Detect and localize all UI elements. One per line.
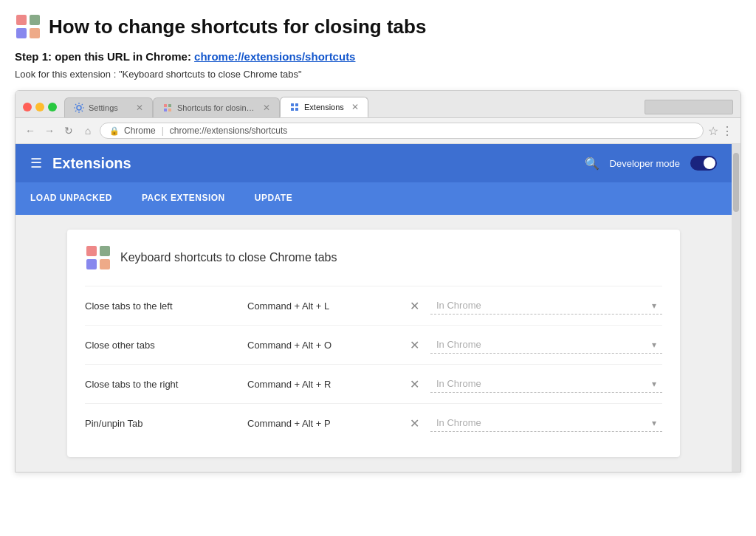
minimize-window-button[interactable] bbox=[35, 103, 44, 111]
shortcut-clear-button[interactable]: ✕ bbox=[410, 299, 430, 313]
ext-card-icon bbox=[85, 244, 111, 271]
forward-button[interactable]: → bbox=[42, 123, 57, 138]
shortcut-action-name: Close other tabs bbox=[85, 340, 247, 351]
svg-point-4 bbox=[77, 106, 81, 110]
shortcut-rows: Close tabs to the left Command + Alt + L… bbox=[85, 286, 662, 442]
browser-titlebar: Settings ✕ Shortcuts for closing Chrom..… bbox=[16, 91, 740, 118]
svg-rect-9 bbox=[291, 103, 294, 106]
shortcut-clear-button[interactable]: ✕ bbox=[410, 338, 430, 352]
update-button[interactable]: UPDATE bbox=[255, 185, 292, 213]
browser-body: ☰ Extensions 🔍 Developer mode LOAD UNPAC… bbox=[16, 144, 740, 472]
chevron-down-icon: ▾ bbox=[652, 300, 656, 311]
step1-label: Step 1: open this URL in Chrome: chrome:… bbox=[15, 50, 741, 63]
pack-extension-button[interactable]: PACK EXTENSION bbox=[142, 185, 225, 213]
shortcut-keys[interactable]: Command + Alt + O bbox=[247, 340, 410, 351]
ext-card-header: Keyboard shortcuts to close Chrome tabs bbox=[85, 244, 662, 271]
page-title: How to change shortcuts for closing tabs bbox=[49, 16, 426, 38]
reload-button[interactable]: ↻ bbox=[61, 123, 76, 138]
extensions-content: Keyboard shortcuts to close Chrome tabs … bbox=[16, 215, 732, 472]
address-bar[interactable]: 🔒 Chrome | chrome://extensions/shortcuts bbox=[100, 123, 704, 139]
close-window-button[interactable] bbox=[23, 103, 32, 111]
shortcut-scope-label: In Chrome bbox=[436, 300, 481, 311]
shortcut-scope-dropdown[interactable]: In Chrome ▾ bbox=[430, 297, 662, 315]
shortcut-scope-dropdown[interactable]: In Chrome ▾ bbox=[430, 414, 662, 432]
maximize-window-button[interactable] bbox=[48, 103, 57, 111]
svg-rect-7 bbox=[164, 109, 167, 111]
address-chrome-label: Chrome bbox=[124, 126, 156, 136]
hamburger-menu-icon[interactable]: ☰ bbox=[30, 155, 42, 171]
load-unpacked-button[interactable]: LOAD UNPACKED bbox=[30, 185, 112, 213]
shortcut-action-name: Close tabs to the left bbox=[85, 300, 247, 312]
extensions-title: Extensions bbox=[52, 155, 131, 172]
extensions-tab-icon bbox=[289, 102, 300, 112]
svg-rect-16 bbox=[100, 259, 110, 269]
svg-rect-6 bbox=[168, 104, 171, 107]
svg-rect-11 bbox=[291, 108, 294, 111]
more-menu-icon[interactable]: ⋮ bbox=[721, 124, 733, 138]
svg-rect-10 bbox=[295, 103, 298, 106]
traffic-lights bbox=[23, 103, 57, 111]
tab-settings[interactable]: Settings ✕ bbox=[64, 97, 153, 117]
shortcut-row: Pin/unpin Tab Command + Alt + P ✕ In Chr… bbox=[85, 403, 662, 442]
home-button[interactable]: ⌂ bbox=[80, 123, 95, 138]
shortcut-scope-dropdown[interactable]: In Chrome ▾ bbox=[430, 375, 662, 393]
back-button[interactable]: ← bbox=[23, 123, 38, 138]
scrollbar-thumb[interactable] bbox=[733, 153, 739, 212]
tab-extensions[interactable]: Extensions ✕ bbox=[280, 97, 368, 117]
browser-addressbar: ← → ↻ ⌂ 🔒 Chrome | chrome://extensions/s… bbox=[16, 118, 740, 144]
address-lock-icon: 🔒 bbox=[109, 126, 120, 136]
tab-shortcuts[interactable]: Shortcuts for closing Chrom... ✕ bbox=[153, 97, 280, 117]
svg-rect-14 bbox=[100, 246, 110, 256]
tab-settings-label: Settings bbox=[89, 103, 118, 112]
browser-main: ☰ Extensions 🔍 Developer mode LOAD UNPAC… bbox=[16, 144, 732, 472]
shortcut-action-name: Pin/unpin Tab bbox=[85, 418, 247, 429]
address-actions: ☆ ⋮ bbox=[708, 124, 733, 138]
ext-card-name: Keyboard shortcuts to close Chrome tabs bbox=[120, 251, 337, 264]
tab-shortcuts-label: Shortcuts for closing Chrom... bbox=[177, 103, 258, 112]
address-separator: | bbox=[162, 126, 164, 136]
tab-settings-close[interactable]: ✕ bbox=[136, 103, 143, 113]
shortcuts-tab-icon bbox=[162, 103, 173, 113]
chevron-down-icon: ▾ bbox=[652, 379, 656, 389]
svg-rect-1 bbox=[30, 15, 40, 25]
page-title-area: How to change shortcuts for closing tabs bbox=[15, 13, 741, 40]
settings-tab-icon bbox=[74, 103, 84, 113]
address-url-text: chrome://extensions/shortcuts bbox=[170, 126, 287, 136]
svg-rect-13 bbox=[86, 246, 97, 256]
shortcut-action-name: Close tabs to the right bbox=[85, 379, 247, 390]
developer-mode-toggle[interactable] bbox=[690, 156, 717, 171]
shortcut-scope-dropdown[interactable]: In Chrome ▾ bbox=[430, 336, 662, 354]
shortcut-keys[interactable]: Command + Alt + R bbox=[247, 379, 410, 390]
shortcut-clear-button[interactable]: ✕ bbox=[410, 416, 430, 430]
svg-rect-8 bbox=[168, 109, 171, 111]
browser-scrollbar[interactable] bbox=[732, 144, 740, 472]
bookmark-icon[interactable]: ☆ bbox=[708, 124, 718, 138]
svg-rect-5 bbox=[164, 104, 167, 107]
shortcut-row: Close tabs to the left Command + Alt + L… bbox=[85, 286, 662, 325]
chevron-down-icon: ▾ bbox=[652, 340, 656, 350]
shortcut-scope-label: In Chrome bbox=[436, 378, 481, 389]
shortcut-keys[interactable]: Command + Alt + P bbox=[247, 418, 410, 429]
svg-rect-15 bbox=[86, 259, 97, 269]
shortcut-keys[interactable]: Command + Alt + L bbox=[247, 300, 410, 312]
tab-shortcuts-close[interactable]: ✕ bbox=[263, 103, 270, 113]
chrome-extensions-link[interactable]: chrome://extensions/shortcuts bbox=[194, 50, 355, 63]
description-text: Look for this extension : "Keyboard shor… bbox=[15, 69, 741, 80]
dev-mode-label: Developer mode bbox=[610, 158, 680, 169]
svg-rect-0 bbox=[16, 15, 27, 25]
shortcut-clear-button[interactable]: ✕ bbox=[410, 377, 430, 391]
shortcut-row: Close other tabs Command + Alt + O ✕ In … bbox=[85, 325, 662, 364]
ext-header-right: 🔍 Developer mode bbox=[585, 156, 717, 171]
tab-extensions-close[interactable]: ✕ bbox=[351, 102, 359, 112]
shortcut-scope-label: In Chrome bbox=[436, 339, 481, 350]
window-controls bbox=[645, 100, 733, 114]
svg-rect-3 bbox=[30, 28, 40, 38]
search-icon[interactable]: 🔍 bbox=[585, 157, 599, 171]
ext-header-left: ☰ Extensions bbox=[30, 155, 131, 172]
svg-rect-2 bbox=[16, 28, 27, 38]
browser-tabs: Settings ✕ Shortcuts for closing Chrom..… bbox=[64, 97, 733, 117]
page-title-icon bbox=[15, 13, 41, 40]
step1-text: Step 1: open this URL in Chrome: bbox=[15, 50, 191, 63]
shortcut-scope-label: In Chrome bbox=[436, 417, 481, 428]
extensions-header: ☰ Extensions 🔍 Developer mode bbox=[16, 144, 732, 182]
